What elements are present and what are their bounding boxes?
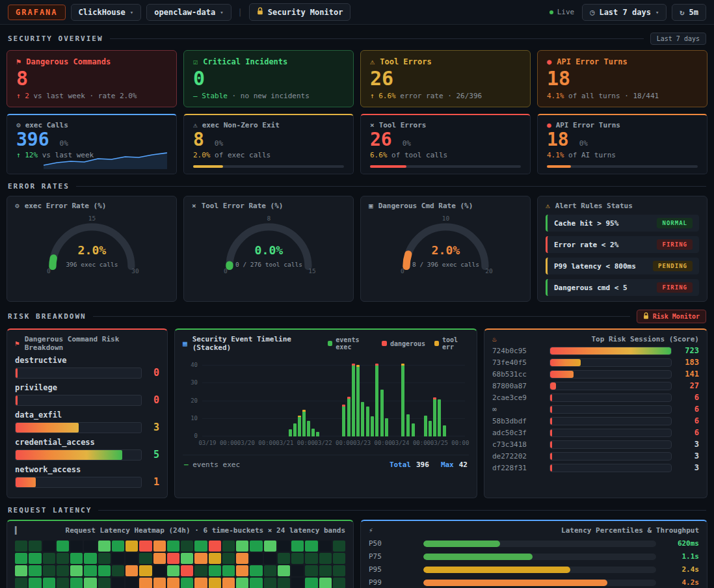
heatmap-cell <box>264 553 276 564</box>
sparkline <box>44 150 167 169</box>
session-score: 3 <box>678 451 699 461</box>
refresh-interval-label: 5m <box>689 8 698 17</box>
panel-title-label: Latency Percentiles & Throughput <box>561 526 699 535</box>
heatmap-cell <box>278 578 290 588</box>
stat-subtext: — Stable · no new incidents <box>193 92 344 100</box>
gauge-panel-tool-error-rate: × Tool Error Rate (%) 8 0 15 0.0% 0 / 27… <box>183 196 354 302</box>
heatmap-cell <box>305 541 317 552</box>
heatmap-cell <box>250 553 262 564</box>
heatmap-cell <box>236 565 248 576</box>
heatmap-cell <box>57 578 69 588</box>
svg-text:15: 15 <box>308 267 315 274</box>
database-dropdown[interactable]: openclaw-data ▾ <box>146 4 231 21</box>
heatmap-cell <box>167 578 179 588</box>
timeline-bar <box>438 399 441 436</box>
counter-subtext: 6.6% of tool calls <box>370 151 521 159</box>
latency-bar-track <box>423 567 656 573</box>
dashboard-title-button[interactable]: Security Monitor <box>249 3 351 21</box>
panel-title-label: Tool Error Rate (%) <box>202 202 284 210</box>
session-bar-fill <box>550 453 552 460</box>
gauge: 8 0 15 0.0% 0 / 276 tool calls <box>213 210 325 276</box>
legend-item: events exec <box>328 336 372 351</box>
refresh-button[interactable]: ↻ 5m <box>672 4 706 21</box>
alert-status-badge: NORMAL <box>657 218 693 228</box>
heatmap-cell <box>278 565 290 576</box>
panel-title-label: Dangerous Command Risk Breakdown <box>25 335 159 352</box>
timeline-bar <box>443 425 446 437</box>
warning-icon: ⚠ <box>370 57 375 66</box>
heatmap-cell <box>153 541 166 552</box>
latency-metric-row: P95 2.4s <box>369 565 699 574</box>
heatmap-cell <box>194 541 207 552</box>
chevron-down-icon: ▾ <box>130 9 133 16</box>
grafana-logo[interactable]: GRAFANA <box>8 5 66 20</box>
latency-metric-label: P75 <box>369 552 417 561</box>
time-range-badge: Last 7 days <box>650 33 706 45</box>
alert-rule[interactable]: Error rate < 2% FIRING <box>546 236 699 253</box>
timeline-plot: 010203040 <box>202 358 465 436</box>
section-title: SECURITY OVERVIEW <box>8 34 103 43</box>
x-tick-label: 03/23 00:00 <box>353 440 392 446</box>
risk-category-data_exfil: data_exfil 3 <box>15 410 159 433</box>
heatmap-cell <box>333 565 345 576</box>
counter-card-api-error-turns-counter: ● API Error Turns 18 0% 4.1% of AI turns <box>537 114 707 174</box>
session-row: 87800a87 27 <box>492 381 699 390</box>
alert-rule[interactable]: P99 latency < 800ms PENDING <box>546 258 699 274</box>
counter-card-exec-nonzero-exit: ⚠ exec Non-Zero Exit 8 0% 2.0% of exec c… <box>183 114 354 174</box>
x-tick-label: 03/22 00:00 <box>315 440 354 446</box>
gear-icon: ⚙ <box>15 202 20 210</box>
alert-rule[interactable]: Cache hit > 95% NORMAL <box>546 215 699 232</box>
heatmap-cell <box>70 578 83 588</box>
live-dot-icon <box>549 10 553 14</box>
datasource-dropdown[interactable]: ClickHouse ▾ <box>71 4 142 21</box>
panel-title-label: Request Latency Heatmap (24h) · 6 time-b… <box>66 526 345 535</box>
x-tick-label: 03/21 00:00 <box>276 440 315 446</box>
svg-text:10: 10 <box>442 215 449 222</box>
heatmap-cell <box>181 578 193 588</box>
alert-status-badge: FIRING <box>657 239 693 250</box>
session-row: de272202 3 <box>492 451 699 461</box>
heatmap-cell <box>181 553 193 564</box>
gauge-panel-exec-error-rate: ⚙ exec Error Rate (%) 15 0 30 2.0% 396 e… <box>7 196 177 302</box>
timeline-bar <box>293 423 297 437</box>
heatmap-cell <box>139 541 152 552</box>
svg-text:396 exec calls: 396 exec calls <box>66 261 118 268</box>
heatmap-cell <box>222 553 235 564</box>
stat-value: 18 <box>547 68 698 89</box>
session-bar-track <box>549 464 672 472</box>
progress-track <box>370 165 521 168</box>
progress-fill <box>547 165 571 168</box>
heatmap-cell <box>15 565 27 576</box>
risk-monitor-badge[interactable]: Risk Monitor <box>637 310 706 323</box>
alert-rule[interactable]: Dangerous cmd < 5 FIRING <box>546 279 699 296</box>
datasource-label: ClickHouse <box>79 8 126 17</box>
heatmap-cell <box>305 553 317 564</box>
risk-category-network_access: network_access 1 <box>15 465 159 488</box>
timeline-bar <box>298 416 301 437</box>
risk-bar-track <box>15 477 142 488</box>
stat-label: API Error Turns <box>557 57 627 66</box>
risk-bar-track <box>15 449 142 461</box>
heatmap-cell <box>222 541 235 552</box>
session-bar-fill <box>550 371 574 378</box>
risk-breakdown-panel: ⚑ Dangerous Command Risk Breakdown destr… <box>7 328 168 498</box>
stat-card-dangerous-commands: ⚑ Dangerous Commands 8 ↑ 2 vs last week … <box>7 50 177 107</box>
heatmap-cell <box>153 578 166 588</box>
counter-delta: 0% <box>403 139 411 148</box>
heatmap-cell <box>291 565 304 576</box>
svg-text:0: 0 <box>401 267 404 274</box>
heatmap-cell <box>57 553 69 564</box>
max-label: Max <box>441 461 454 469</box>
lock-icon <box>257 7 263 17</box>
topbar: GRAFANA ClickHouse ▾ openclaw-data ▾ | S… <box>0 0 714 25</box>
heatmap-cell <box>57 541 69 552</box>
latency-bar-track <box>423 554 656 560</box>
risk-category-label: network_access <box>15 465 159 474</box>
heatmap-cell <box>43 578 55 588</box>
x-icon: × <box>192 202 196 210</box>
dashboard: SECURITY OVERVIEW Last 7 days ⚑ Dangerou… <box>0 25 714 588</box>
session-id: 73fe40f5 <box>492 358 543 367</box>
time-range-picker[interactable]: ◷ Last 7 days ▾ <box>582 4 667 21</box>
bell-icon: ⚠ <box>546 202 550 210</box>
stat-card-api-error-turns: ● API Error Turns 18 4.1% of all turns ·… <box>537 50 707 107</box>
